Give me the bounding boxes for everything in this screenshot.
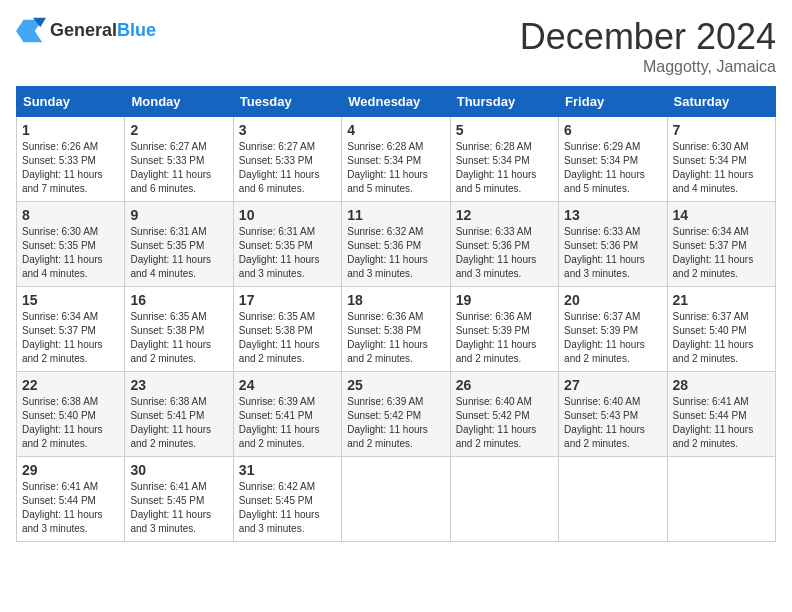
day-number: 17	[239, 292, 336, 308]
week-row-4: 22Sunrise: 6:38 AMSunset: 5:40 PMDayligh…	[17, 372, 776, 457]
day-number: 10	[239, 207, 336, 223]
title-block: December 2024 Maggotty, Jamaica	[520, 16, 776, 76]
logo-text: GeneralBlue	[50, 20, 156, 41]
weekday-header-friday: Friday	[559, 87, 667, 117]
day-number: 31	[239, 462, 336, 478]
day-cell: 1Sunrise: 6:26 AMSunset: 5:33 PMDaylight…	[17, 117, 125, 202]
day-cell: 24Sunrise: 6:39 AMSunset: 5:41 PMDayligh…	[233, 372, 341, 457]
day-info: Sunrise: 6:39 AMSunset: 5:42 PMDaylight:…	[347, 395, 444, 451]
day-cell	[450, 457, 558, 542]
day-number: 13	[564, 207, 661, 223]
day-number: 19	[456, 292, 553, 308]
day-info: Sunrise: 6:35 AMSunset: 5:38 PMDaylight:…	[130, 310, 227, 366]
week-row-5: 29Sunrise: 6:41 AMSunset: 5:44 PMDayligh…	[17, 457, 776, 542]
day-cell: 8Sunrise: 6:30 AMSunset: 5:35 PMDaylight…	[17, 202, 125, 287]
week-row-3: 15Sunrise: 6:34 AMSunset: 5:37 PMDayligh…	[17, 287, 776, 372]
week-row-1: 1Sunrise: 6:26 AMSunset: 5:33 PMDaylight…	[17, 117, 776, 202]
day-cell: 29Sunrise: 6:41 AMSunset: 5:44 PMDayligh…	[17, 457, 125, 542]
day-cell: 11Sunrise: 6:32 AMSunset: 5:36 PMDayligh…	[342, 202, 450, 287]
day-cell: 13Sunrise: 6:33 AMSunset: 5:36 PMDayligh…	[559, 202, 667, 287]
day-cell: 17Sunrise: 6:35 AMSunset: 5:38 PMDayligh…	[233, 287, 341, 372]
weekday-header-wednesday: Wednesday	[342, 87, 450, 117]
day-cell: 19Sunrise: 6:36 AMSunset: 5:39 PMDayligh…	[450, 287, 558, 372]
day-cell: 3Sunrise: 6:27 AMSunset: 5:33 PMDaylight…	[233, 117, 341, 202]
weekday-header-saturday: Saturday	[667, 87, 775, 117]
day-number: 22	[22, 377, 119, 393]
day-info: Sunrise: 6:36 AMSunset: 5:38 PMDaylight:…	[347, 310, 444, 366]
day-number: 28	[673, 377, 770, 393]
day-number: 12	[456, 207, 553, 223]
day-cell: 18Sunrise: 6:36 AMSunset: 5:38 PMDayligh…	[342, 287, 450, 372]
day-info: Sunrise: 6:34 AMSunset: 5:37 PMDaylight:…	[673, 225, 770, 281]
day-info: Sunrise: 6:30 AMSunset: 5:34 PMDaylight:…	[673, 140, 770, 196]
weekday-header-row: SundayMondayTuesdayWednesdayThursdayFrid…	[17, 87, 776, 117]
day-cell: 6Sunrise: 6:29 AMSunset: 5:34 PMDaylight…	[559, 117, 667, 202]
day-info: Sunrise: 6:30 AMSunset: 5:35 PMDaylight:…	[22, 225, 119, 281]
day-number: 1	[22, 122, 119, 138]
day-info: Sunrise: 6:41 AMSunset: 5:44 PMDaylight:…	[673, 395, 770, 451]
day-number: 29	[22, 462, 119, 478]
day-info: Sunrise: 6:32 AMSunset: 5:36 PMDaylight:…	[347, 225, 444, 281]
day-cell	[559, 457, 667, 542]
day-info: Sunrise: 6:33 AMSunset: 5:36 PMDaylight:…	[564, 225, 661, 281]
calendar-table: SundayMondayTuesdayWednesdayThursdayFrid…	[16, 86, 776, 542]
logo-blue: Blue	[117, 20, 156, 40]
day-number: 18	[347, 292, 444, 308]
week-row-2: 8Sunrise: 6:30 AMSunset: 5:35 PMDaylight…	[17, 202, 776, 287]
day-cell	[342, 457, 450, 542]
day-info: Sunrise: 6:31 AMSunset: 5:35 PMDaylight:…	[239, 225, 336, 281]
day-info: Sunrise: 6:41 AMSunset: 5:44 PMDaylight:…	[22, 480, 119, 536]
day-info: Sunrise: 6:28 AMSunset: 5:34 PMDaylight:…	[347, 140, 444, 196]
day-info: Sunrise: 6:38 AMSunset: 5:40 PMDaylight:…	[22, 395, 119, 451]
day-info: Sunrise: 6:37 AMSunset: 5:40 PMDaylight:…	[673, 310, 770, 366]
day-info: Sunrise: 6:33 AMSunset: 5:36 PMDaylight:…	[456, 225, 553, 281]
day-number: 11	[347, 207, 444, 223]
day-info: Sunrise: 6:35 AMSunset: 5:38 PMDaylight:…	[239, 310, 336, 366]
month-title: December 2024	[520, 16, 776, 58]
day-number: 26	[456, 377, 553, 393]
weekday-header-sunday: Sunday	[17, 87, 125, 117]
page-header: GeneralBlue December 2024 Maggotty, Jama…	[16, 16, 776, 76]
day-cell: 27Sunrise: 6:40 AMSunset: 5:43 PMDayligh…	[559, 372, 667, 457]
day-number: 4	[347, 122, 444, 138]
day-number: 20	[564, 292, 661, 308]
location-title: Maggotty, Jamaica	[520, 58, 776, 76]
day-info: Sunrise: 6:40 AMSunset: 5:42 PMDaylight:…	[456, 395, 553, 451]
logo-general: General	[50, 20, 117, 40]
day-cell: 20Sunrise: 6:37 AMSunset: 5:39 PMDayligh…	[559, 287, 667, 372]
day-number: 3	[239, 122, 336, 138]
day-number: 8	[22, 207, 119, 223]
day-cell: 21Sunrise: 6:37 AMSunset: 5:40 PMDayligh…	[667, 287, 775, 372]
day-cell: 12Sunrise: 6:33 AMSunset: 5:36 PMDayligh…	[450, 202, 558, 287]
day-info: Sunrise: 6:29 AMSunset: 5:34 PMDaylight:…	[564, 140, 661, 196]
day-cell: 9Sunrise: 6:31 AMSunset: 5:35 PMDaylight…	[125, 202, 233, 287]
day-cell: 2Sunrise: 6:27 AMSunset: 5:33 PMDaylight…	[125, 117, 233, 202]
day-number: 16	[130, 292, 227, 308]
day-info: Sunrise: 6:34 AMSunset: 5:37 PMDaylight:…	[22, 310, 119, 366]
day-number: 2	[130, 122, 227, 138]
day-cell: 31Sunrise: 6:42 AMSunset: 5:45 PMDayligh…	[233, 457, 341, 542]
day-cell: 10Sunrise: 6:31 AMSunset: 5:35 PMDayligh…	[233, 202, 341, 287]
day-number: 23	[130, 377, 227, 393]
day-cell: 22Sunrise: 6:38 AMSunset: 5:40 PMDayligh…	[17, 372, 125, 457]
day-cell: 4Sunrise: 6:28 AMSunset: 5:34 PMDaylight…	[342, 117, 450, 202]
weekday-header-tuesday: Tuesday	[233, 87, 341, 117]
day-cell: 7Sunrise: 6:30 AMSunset: 5:34 PMDaylight…	[667, 117, 775, 202]
day-info: Sunrise: 6:31 AMSunset: 5:35 PMDaylight:…	[130, 225, 227, 281]
day-number: 21	[673, 292, 770, 308]
weekday-header-thursday: Thursday	[450, 87, 558, 117]
day-info: Sunrise: 6:27 AMSunset: 5:33 PMDaylight:…	[130, 140, 227, 196]
day-cell: 15Sunrise: 6:34 AMSunset: 5:37 PMDayligh…	[17, 287, 125, 372]
day-cell: 30Sunrise: 6:41 AMSunset: 5:45 PMDayligh…	[125, 457, 233, 542]
day-info: Sunrise: 6:28 AMSunset: 5:34 PMDaylight:…	[456, 140, 553, 196]
day-info: Sunrise: 6:39 AMSunset: 5:41 PMDaylight:…	[239, 395, 336, 451]
day-cell: 26Sunrise: 6:40 AMSunset: 5:42 PMDayligh…	[450, 372, 558, 457]
day-cell: 28Sunrise: 6:41 AMSunset: 5:44 PMDayligh…	[667, 372, 775, 457]
day-number: 6	[564, 122, 661, 138]
day-info: Sunrise: 6:38 AMSunset: 5:41 PMDaylight:…	[130, 395, 227, 451]
day-info: Sunrise: 6:37 AMSunset: 5:39 PMDaylight:…	[564, 310, 661, 366]
day-number: 24	[239, 377, 336, 393]
logo: GeneralBlue	[16, 16, 156, 44]
day-info: Sunrise: 6:42 AMSunset: 5:45 PMDaylight:…	[239, 480, 336, 536]
day-cell	[667, 457, 775, 542]
